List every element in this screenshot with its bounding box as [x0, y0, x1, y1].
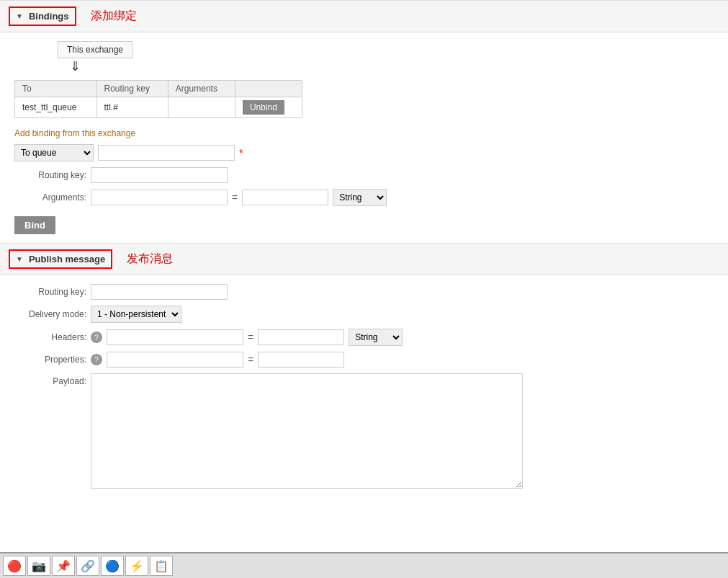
- headers-key-input[interactable]: [107, 329, 243, 345]
- add-binding-title: Add binding from this exchange: [14, 128, 714, 138]
- routing-key-label: Routing key:: [14, 170, 86, 180]
- col-routing-key: Routing key: [96, 81, 168, 97]
- bindings-chinese-label: 添加绑定: [91, 9, 137, 24]
- properties-label: Properties:: [14, 355, 86, 365]
- publish-routing-key-row: Routing key:: [14, 284, 714, 300]
- publish-title-box: ▼ Publish message: [9, 249, 112, 269]
- equals-sign: =: [232, 192, 238, 203]
- publish-section: ▼ Publish message 发布消息 Routing key: Deli…: [0, 243, 728, 503]
- properties-value-input[interactable]: [258, 352, 344, 368]
- headers-label: Headers:: [14, 332, 86, 342]
- properties-key-input[interactable]: [107, 352, 243, 368]
- bindings-section: ▼ Bindings 添加绑定 This exchange ⇓ To Routi…: [0, 0, 728, 243]
- delivery-mode-label: Delivery mode:: [14, 309, 86, 319]
- binding-action: Unbind: [235, 97, 302, 118]
- col-to: To: [15, 81, 97, 97]
- binding-to: test_ttl_queue: [15, 97, 97, 118]
- publish-title: Publish message: [29, 254, 105, 264]
- publish-content: Routing key: Delivery mode: 1 - Non-pers…: [0, 275, 728, 503]
- arguments-row: Arguments: = String Number Boolean: [14, 189, 714, 206]
- routing-key-row: Routing key:: [14, 167, 714, 183]
- this-exchange-btn[interactable]: This exchange: [58, 41, 132, 58]
- headers-type-select[interactable]: String Number Boolean: [349, 329, 403, 346]
- publish-routing-key-label: Routing key:: [14, 287, 86, 297]
- headers-equals-sign: =: [248, 332, 253, 343]
- col-arguments: Arguments: [168, 81, 235, 97]
- publish-routing-key-input[interactable]: [91, 284, 228, 300]
- arrow-down-icon: ⇓: [70, 58, 714, 74]
- arguments-key-input[interactable]: [91, 190, 228, 205]
- routing-key-input[interactable]: [91, 167, 228, 183]
- properties-row: Properties: ? =: [14, 352, 714, 368]
- publish-chinese-label: 发布消息: [127, 252, 173, 267]
- bindings-chevron-icon: ▼: [16, 12, 23, 20]
- publish-header: ▼ Publish message 发布消息: [0, 243, 728, 275]
- bindings-table: To Routing key Arguments test_ttl_queue …: [14, 80, 302, 118]
- bindings-title: Bindings: [29, 11, 69, 22]
- to-queue-select[interactable]: To queue To exchange: [14, 144, 94, 161]
- payload-row: Payload:: [14, 373, 714, 489]
- payload-label: Payload:: [14, 373, 86, 386]
- to-queue-row: To queue To exchange *: [14, 144, 714, 161]
- unbind-button[interactable]: Unbind: [243, 100, 284, 115]
- arguments-value-input[interactable]: [242, 190, 328, 205]
- arguments-label: Arguments:: [14, 192, 86, 203]
- bindings-header: ▼ Bindings 添加绑定: [0, 0, 728, 32]
- headers-value-input[interactable]: [258, 329, 344, 345]
- bindings-content: This exchange ⇓ To Routing key Arguments…: [0, 32, 728, 243]
- table-row: test_ttl_queue ttl.# Unbind: [15, 97, 302, 118]
- required-star: *: [239, 147, 243, 159]
- binding-routing-key: ttl.#: [96, 97, 168, 118]
- headers-row: Headers: ? = String Number Boolean: [14, 329, 714, 346]
- col-action: [235, 81, 302, 97]
- to-queue-input[interactable]: [98, 145, 235, 161]
- delivery-mode-select[interactable]: 1 - Non-persistent 2 - Persistent: [91, 306, 181, 323]
- delivery-mode-row: Delivery mode: 1 - Non-persistent 2 - Pe…: [14, 306, 714, 323]
- properties-help-icon[interactable]: ?: [91, 354, 102, 365]
- arguments-type-select[interactable]: String Number Boolean: [333, 189, 387, 206]
- properties-equals-sign: =: [248, 354, 253, 365]
- publish-chevron-icon: ▼: [16, 255, 23, 263]
- headers-help-icon[interactable]: ?: [91, 332, 102, 343]
- bindings-title-box: ▼ Bindings: [9, 6, 76, 26]
- binding-arguments: [168, 97, 235, 118]
- bind-button[interactable]: Bind: [14, 216, 55, 234]
- payload-textarea[interactable]: [91, 373, 523, 489]
